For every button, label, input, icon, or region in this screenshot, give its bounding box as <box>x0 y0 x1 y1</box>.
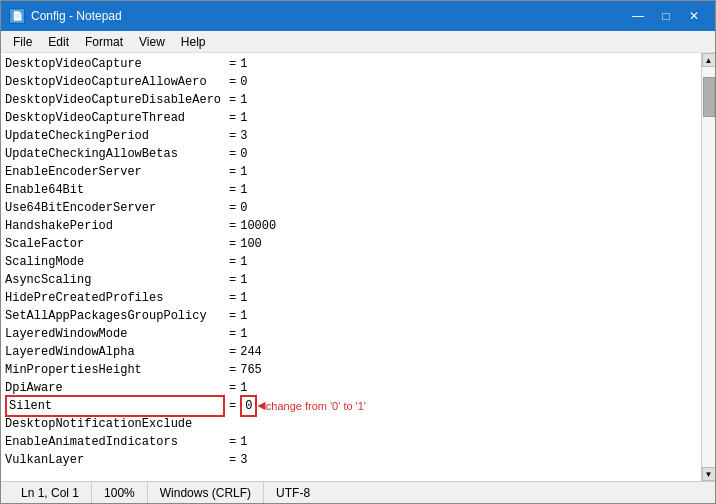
notepad-window: 📄 Config - Notepad — □ ✕ File Edit Forma… <box>0 0 716 504</box>
change-annotation: change from '0' to '1' <box>266 397 366 415</box>
title-bar: 📄 Config - Notepad — □ ✕ <box>1 1 715 31</box>
app-icon: 📄 <box>9 8 25 24</box>
text-line: Use64BitEncoderServer = 0 <box>5 199 697 217</box>
vertical-scrollbar[interactable]: ▲ ▼ <box>701 53 715 481</box>
text-line: HidePreCreatedProfiles = 1 <box>5 289 697 307</box>
text-line: EnableEncoderServer = 1 <box>5 163 697 181</box>
maximize-button[interactable]: □ <box>653 6 679 26</box>
scroll-thumb[interactable] <box>703 77 715 117</box>
text-line: Silent = 0 ◄ change from '0' to '1' <box>5 397 697 415</box>
status-bar: Ln 1, Col 1 100% Windows (CRLF) UTF-8 <box>1 481 715 503</box>
menu-bar: File Edit Format View Help <box>1 31 715 53</box>
menu-help[interactable]: Help <box>173 33 214 51</box>
scroll-down-button[interactable]: ▼ <box>702 467 716 481</box>
text-line: UpdateCheckingPeriod = 3 <box>5 127 697 145</box>
text-line: LayeredWindowMode = 1 <box>5 325 697 343</box>
minimize-button[interactable]: — <box>625 6 651 26</box>
close-button[interactable]: ✕ <box>681 6 707 26</box>
content-area: DesktopVideoCapture = 1DesktopVideoCaptu… <box>1 53 715 481</box>
scroll-up-button[interactable]: ▲ <box>702 53 716 67</box>
text-line: UpdateCheckingAllowBetas = 0 <box>5 145 697 163</box>
text-line: VulkanLayer = 3 <box>5 451 697 469</box>
text-line: LayeredWindowAlpha = 244 <box>5 343 697 361</box>
text-line: AsyncScaling = 1 <box>5 271 697 289</box>
window-controls: — □ ✕ <box>625 6 707 26</box>
text-line: EnableAnimatedIndicators = 1 <box>5 433 697 451</box>
menu-format[interactable]: Format <box>77 33 131 51</box>
text-line: DesktopVideoCaptureThread = 1 <box>5 109 697 127</box>
status-zoom: 100% <box>92 482 148 503</box>
title-bar-left: 📄 Config - Notepad <box>9 8 122 24</box>
window-title: Config - Notepad <box>31 9 122 23</box>
status-encoding: UTF-8 <box>264 482 322 503</box>
scroll-track[interactable] <box>702 67 715 467</box>
status-position: Ln 1, Col 1 <box>9 482 92 503</box>
text-line: ScaleFactor = 100 <box>5 235 697 253</box>
text-line: SetAllAppPackagesGroupPolicy = 1 <box>5 307 697 325</box>
menu-edit[interactable]: Edit <box>40 33 77 51</box>
change-arrow-icon: ◄ <box>257 397 265 415</box>
status-lineending: Windows (CRLF) <box>148 482 264 503</box>
text-line: DesktopVideoCapture = 1 <box>5 55 697 73</box>
silent-value: 0 <box>240 395 257 417</box>
text-editor[interactable]: DesktopVideoCapture = 1DesktopVideoCaptu… <box>1 53 701 481</box>
silent-key: Silent <box>5 395 225 417</box>
text-line: DesktopVideoCaptureDisableAero = 1 <box>5 91 697 109</box>
text-line: ScalingMode = 1 <box>5 253 697 271</box>
text-line: Enable64Bit = 1 <box>5 181 697 199</box>
menu-view[interactable]: View <box>131 33 173 51</box>
text-line: DesktopNotificationExclude <box>5 415 697 433</box>
text-line: HandshakePeriod = 10000 <box>5 217 697 235</box>
text-line: DesktopVideoCaptureAllowAero = 0 <box>5 73 697 91</box>
text-line: MinPropertiesHeight = 765 <box>5 361 697 379</box>
menu-file[interactable]: File <box>5 33 40 51</box>
